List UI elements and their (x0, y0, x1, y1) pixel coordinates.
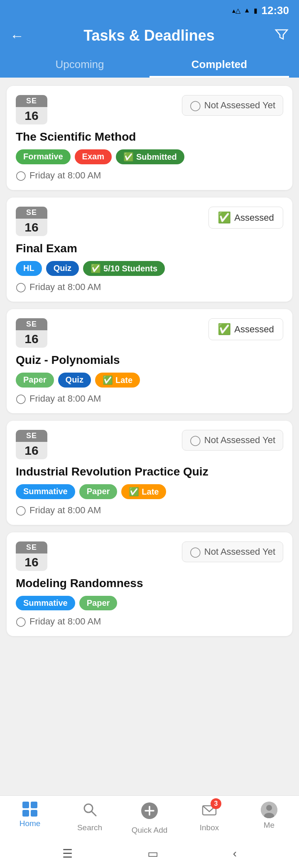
date-badge-5: SE 16 (16, 541, 47, 571)
tab-upcoming[interactable]: Upcoming (10, 52, 150, 78)
nav-home[interactable]: Home (9, 802, 51, 828)
nav-search[interactable]: Search (69, 802, 110, 832)
due-clock-icon-4: ◯ (16, 505, 26, 516)
nav-quickadd[interactable]: Quick Add (129, 802, 170, 835)
card-tags-5: Summative Paper (16, 596, 283, 610)
check-icon: ✅ (123, 152, 134, 162)
filter-button[interactable] (274, 27, 289, 45)
due-clock-icon-5: ◯ (16, 616, 26, 627)
wifi-icon: ▴△ (232, 7, 240, 15)
check-icon-4: ✅ (129, 487, 139, 497)
tag-late-2: ✅ Late (121, 484, 166, 499)
status-badge-2: ✅ Assessed (208, 207, 283, 229)
card-top-3: SE 16 ✅ Assessed (16, 318, 283, 348)
header-row: ← Tasks & Deadlines (10, 27, 289, 45)
inbox-badge: 3 (211, 798, 221, 809)
home-icon (22, 802, 37, 817)
status-badge-5: ◯ Not Assessed Yet (182, 541, 283, 562)
card-tags-2: HL Quiz ✅ 5/10 Students (16, 261, 283, 276)
nav-me[interactable]: Me (248, 802, 290, 830)
battery-icon: ▮ (254, 7, 257, 15)
card-title-1: The Scientific Method (16, 130, 283, 144)
status-badge-4: ◯ Not Assessed Yet (182, 430, 283, 451)
tag-quiz-2: Quiz (58, 373, 91, 388)
nav-quickadd-label: Quick Add (132, 826, 168, 835)
clock-icon-1: ◯ (190, 100, 201, 111)
header: ← Tasks & Deadlines Upcoming Completed (0, 21, 299, 78)
tag-students: ✅ 5/10 Students (83, 261, 165, 276)
due-time-4: ◯ Friday at 8:00 AM (16, 505, 283, 516)
clock-icon-5: ◯ (190, 546, 201, 558)
due-time-3: ◯ Friday at 8:00 AM (16, 393, 283, 404)
check-icon-3: ✅ (103, 375, 113, 385)
date-badge-3: SE 16 (16, 318, 47, 348)
tag-formative: Formative (16, 149, 71, 164)
nav-home-label: Home (20, 819, 41, 828)
card-title-3: Quiz - Polynomials (16, 354, 283, 367)
tag-submitted: ✅ Submitted (116, 149, 184, 164)
tabs: Upcoming Completed (10, 52, 289, 78)
card-title-4: Industrial Revolution Practice Quiz (16, 465, 283, 478)
due-clock-icon-3: ◯ (16, 393, 26, 404)
tag-hl: HL (16, 261, 42, 276)
svg-line-2 (91, 811, 96, 816)
system-menu-button[interactable]: ☰ (62, 847, 73, 861)
date-badge-1: SE 16 (16, 95, 47, 124)
task-card-3[interactable]: SE 16 ✅ Assessed Quiz - Polynomials Pape… (7, 309, 292, 413)
signal-icon: ▲ (244, 7, 250, 14)
tag-paper-3: Paper (79, 596, 118, 610)
system-nav-bar: ☰ ▭ ‹ (0, 839, 299, 868)
card-tags-1: Formative Exam ✅ Submitted (16, 149, 283, 164)
system-home-button[interactable]: ▭ (147, 847, 158, 861)
check-icon-2: ✅ (91, 263, 101, 273)
back-button[interactable]: ← (10, 28, 24, 44)
card-top-1: SE 16 ◯ Not Assessed Yet (16, 95, 283, 124)
tag-late: ✅ Late (95, 373, 140, 388)
svg-marker-0 (276, 30, 287, 39)
tag-paper: Paper (16, 373, 54, 388)
bottom-nav: Home Search Quick Add 3 Inbox (0, 795, 299, 839)
task-card-5[interactable]: SE 16 ◯ Not Assessed Yet Modeling Random… (7, 532, 292, 636)
nav-search-label: Search (77, 823, 102, 832)
inbox-icon: 3 (201, 802, 217, 821)
status-icons: ▴△ ▲ ▮ (232, 7, 257, 15)
task-card-2[interactable]: SE 16 ✅ Assessed Final Exam HL Quiz ✅ 5/… (7, 197, 292, 302)
due-clock-icon-2: ◯ (16, 282, 26, 293)
card-title-5: Modeling Randomness (16, 577, 283, 590)
page-title: Tasks & Deadlines (83, 27, 214, 44)
user-avatar (261, 802, 277, 818)
card-tags-3: Paper Quiz ✅ Late (16, 373, 283, 388)
date-badge-4: SE 16 (16, 430, 47, 459)
check-circle-icon-3: ✅ (218, 323, 231, 336)
card-top-2: SE 16 ✅ Assessed (16, 207, 283, 236)
card-top-5: SE 16 ◯ Not Assessed Yet (16, 541, 283, 571)
quickadd-icon (140, 802, 159, 823)
clock-icon-4: ◯ (190, 434, 201, 446)
due-time-1: ◯ Friday at 8:00 AM (16, 170, 283, 181)
tag-exam: Exam (75, 149, 112, 164)
task-card-4[interactable]: SE 16 ◯ Not Assessed Yet Industrial Revo… (7, 421, 292, 525)
card-title-2: Final Exam (16, 242, 283, 255)
system-back-button[interactable]: ‹ (233, 847, 237, 860)
due-time-5: ◯ Friday at 8:00 AM (16, 616, 283, 627)
check-circle-icon-2: ✅ (218, 211, 231, 224)
tab-completed[interactable]: Completed (150, 52, 289, 78)
card-top-4: SE 16 ◯ Not Assessed Yet (16, 430, 283, 459)
nav-inbox[interactable]: 3 Inbox (189, 802, 230, 832)
tag-quiz: Quiz (46, 261, 79, 276)
nav-inbox-label: Inbox (200, 823, 219, 832)
status-badge-3: ✅ Assessed (208, 318, 283, 340)
tag-paper-2: Paper (79, 484, 118, 499)
tag-summative-2: Summative (16, 596, 75, 610)
due-clock-icon-1: ◯ (16, 170, 26, 181)
task-card-1[interactable]: SE 16 ◯ Not Assessed Yet The Scientific … (7, 86, 292, 190)
content-area: SE 16 ◯ Not Assessed Yet The Scientific … (0, 78, 299, 795)
nav-me-label: Me (264, 821, 274, 830)
status-time: 12:30 (262, 4, 289, 17)
status-badge-1: ◯ Not Assessed Yet (182, 95, 283, 116)
date-badge-2: SE 16 (16, 207, 47, 236)
avatar-icon (261, 802, 277, 818)
tag-summative: Summative (16, 484, 75, 499)
svg-point-8 (266, 805, 272, 811)
card-tags-4: Summative Paper ✅ Late (16, 484, 283, 499)
